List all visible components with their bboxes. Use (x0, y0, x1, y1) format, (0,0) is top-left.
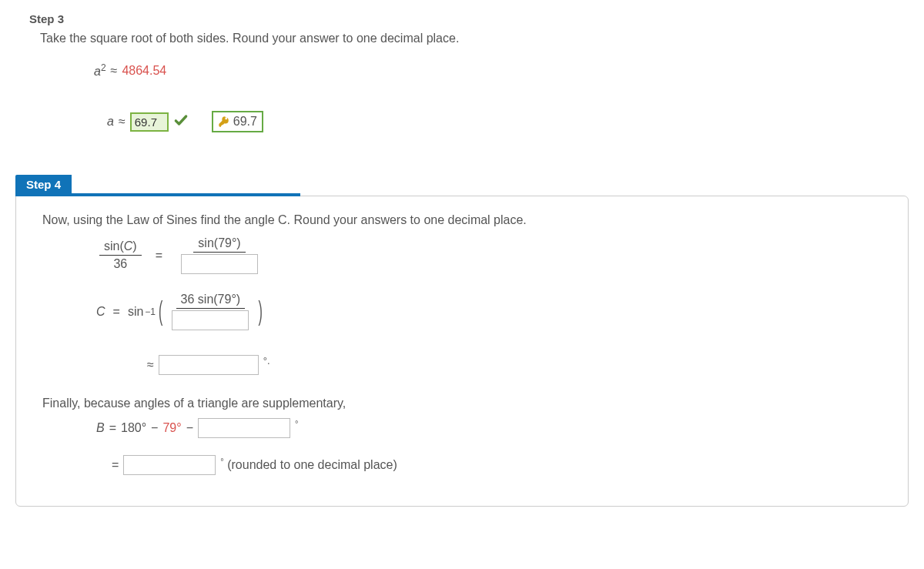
eq2-input[interactable] (130, 112, 169, 132)
step3-eq1: a2 ≈ 4864.54 (40, 55, 924, 87)
arcsin-den-input[interactable] (172, 310, 249, 330)
arcsin-frac: 36 sin(79°) (167, 293, 253, 330)
arcsin-neg1: −1 (145, 306, 156, 317)
B-deg: ° (295, 419, 298, 428)
eq1-var: a (94, 65, 101, 79)
frac2-num: sin(79°) (193, 236, 245, 253)
approx-symbol: ≈ (119, 115, 126, 129)
step4-panel: Now, using the Law of Sines find the ang… (15, 196, 909, 507)
arcsin-row: C = sin−1 ( 36 sin(79°) ) (42, 293, 882, 330)
step4-tab: Step 4 (15, 175, 72, 196)
answer-value: 69.7 (233, 115, 257, 129)
step4-instruction: Now, using the Law of Sines find the ang… (42, 213, 882, 227)
arcsin-den (167, 309, 253, 330)
frac-sin79-blank: sin(79°) (176, 236, 263, 274)
paren-open: ( (159, 296, 162, 327)
frac1-den: 36 (109, 256, 132, 271)
B-final-input[interactable] (123, 455, 216, 475)
frac2-den-input[interactable] (181, 254, 258, 274)
eq1-lhs: a2 (94, 62, 106, 79)
step4-tab-row: Step 4 (15, 175, 909, 196)
arcsin-C: C (96, 305, 105, 319)
answer-key-box: 69.7 (212, 111, 263, 132)
check-icon (173, 112, 189, 132)
step3-header: Step 3 (0, 6, 924, 32)
B-minus1: − (151, 421, 158, 435)
B-subtract-input[interactable] (198, 418, 290, 438)
step3-section: Step 3 Take the square root of both side… (0, 0, 924, 167)
key-icon (218, 115, 230, 128)
C-approx-row: ≈ °. (42, 349, 882, 381)
step4-section: Step 4 Now, using the Law of Sines find … (15, 175, 909, 507)
B-var: B (96, 421, 105, 435)
arcsin-eq: = (113, 305, 120, 319)
deg-period: °. (263, 355, 270, 367)
eq1-rhs: 4864.54 (122, 64, 166, 78)
final-eq: = (112, 458, 119, 472)
arcsin-sin: sin (128, 305, 143, 319)
step3-body: Take the square root of both sides. Roun… (0, 32, 924, 138)
frac1-num: sin(C) (99, 239, 142, 256)
approx-symbol: ≈ (111, 64, 118, 78)
B-eq-row: B = 180° − 79° − ° (42, 418, 882, 438)
equals-sign: = (156, 249, 162, 263)
paren-close: ) (258, 296, 262, 327)
B-79: 79° (162, 421, 181, 435)
supplementary-text: Finally, because angles of a triangle ar… (42, 397, 882, 410)
arcsin-num: 36 sin(79°) (176, 293, 246, 309)
frac2-den (176, 253, 263, 274)
sines-eq: sin(C) 36 = sin(79°) (42, 236, 882, 274)
frac-sinC-36: sin(C) 36 (99, 239, 142, 271)
eq1-exp: 2 (101, 62, 106, 73)
eq2-var: a (94, 115, 114, 129)
step3-eq2: a ≈ 69.7 (40, 105, 924, 138)
C-value-input[interactable] (159, 355, 259, 375)
B-minus2: − (186, 421, 193, 435)
final-tail: ° (rounded to one decimal place) (220, 458, 397, 472)
approx-symbol: ≈ (147, 358, 154, 372)
B-final-row: = ° (rounded to one decimal place) (42, 455, 882, 475)
B-eq: = (109, 421, 116, 435)
step3-instruction: Take the square root of both sides. Roun… (40, 32, 924, 45)
B-180: 180° (121, 421, 146, 435)
